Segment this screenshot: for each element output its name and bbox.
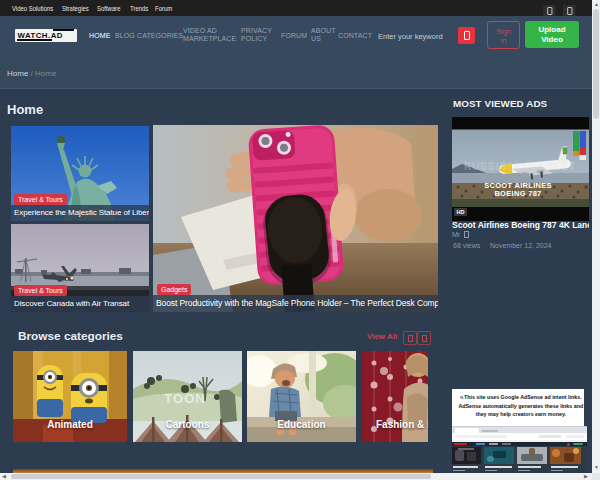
svg-text:RUSSIGLLCSTREET: RUSSIGLLCSTREET <box>464 161 576 172</box>
svg-text:BOEING 787: BOEING 787 <box>494 189 541 198</box>
svg-text:TOON: TOON <box>164 391 205 406</box>
